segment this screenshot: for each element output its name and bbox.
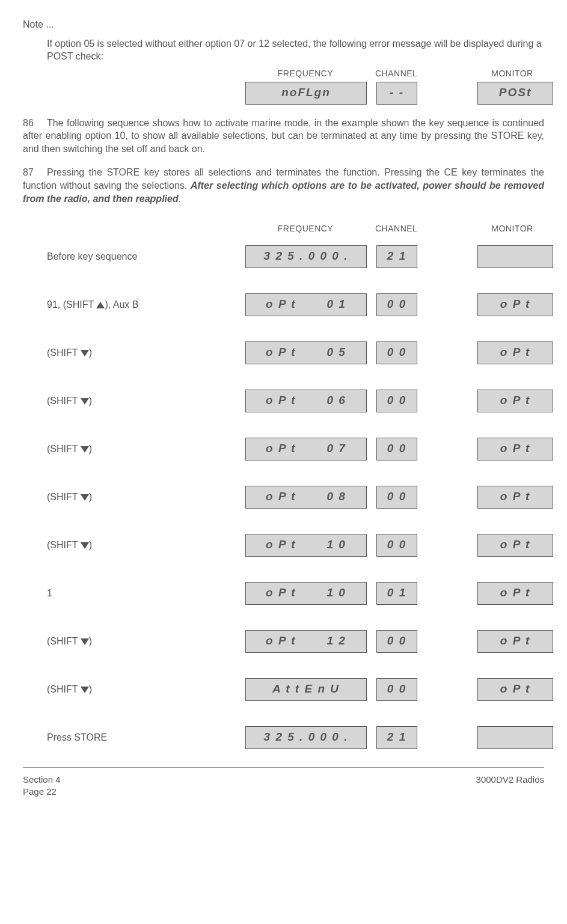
monitor-display: o P t	[477, 678, 553, 701]
label-pre: (SHIFT	[47, 492, 81, 502]
monitor-display: o P t	[477, 582, 553, 605]
para-num-86: 86	[23, 117, 47, 130]
sequence-label: (SHIFT )	[23, 635, 245, 648]
label-pre: 1	[47, 588, 52, 598]
channel-display: 0 0	[376, 486, 417, 509]
sequence-row: (SHIFT )o P t 1 00 0o P t	[23, 534, 544, 557]
footer-section: Section 4	[23, 774, 61, 786]
paragraph-86: 86The following sequence shows how to ac…	[23, 117, 544, 156]
label-post: )	[89, 636, 92, 646]
label-post: ), Aux B	[105, 299, 138, 310]
label-pre: Before key sequence	[47, 251, 137, 262]
sequence-label: 91, (SHIFT ), Aux B	[23, 298, 245, 311]
frequency-display: A t t E n U	[245, 678, 367, 701]
error-monitor-display: POSt	[477, 82, 553, 105]
seq-header-frequency: FREQUENCY	[245, 223, 366, 234]
monitor-display: o P t	[477, 630, 553, 653]
paragraph-87: 87Pressing the STORE key stores all sele…	[23, 166, 544, 205]
arrow-down-icon	[81, 494, 89, 501]
sequence-label: Before key sequence	[23, 250, 245, 263]
channel-display: 0 1	[376, 582, 417, 605]
label-pre: (SHIFT	[47, 347, 81, 358]
para-text-86: The following sequence shows how to acti…	[23, 118, 544, 154]
channel-display: 2 1	[376, 245, 417, 268]
label-pre: Press STORE	[47, 732, 107, 742]
label-pre: 91, (SHIFT	[47, 299, 96, 310]
label-pre: (SHIFT	[47, 540, 81, 550]
channel-display: 0 0	[376, 438, 417, 460]
monitor-display: o P t	[477, 390, 553, 412]
frequency-display: o P t 0 8	[245, 486, 367, 509]
note-text: If option 05 is selected without either …	[47, 37, 544, 63]
arrow-down-icon	[81, 446, 89, 453]
frequency-display: o P t 1 0	[245, 534, 367, 557]
frequency-display: o P t 0 5	[245, 341, 367, 364]
label-post: )	[89, 492, 92, 502]
arrow-down-icon	[81, 350, 89, 356]
sequence-row: (SHIFT )o P t 0 80 0o P t	[23, 486, 544, 509]
frequency-display: o P t 0 1	[245, 293, 367, 316]
monitor-display	[477, 726, 553, 749]
channel-display: 0 0	[376, 630, 417, 653]
monitor-display: o P t	[477, 486, 553, 509]
label-post: )	[89, 540, 92, 550]
channel-display: 2 1	[376, 726, 417, 749]
label-post: )	[89, 347, 92, 358]
label-pre: (SHIFT	[47, 684, 81, 694]
error-channel-display: - -	[376, 82, 417, 105]
label-post: )	[89, 444, 92, 454]
sequence-label: (SHIFT )	[23, 683, 245, 696]
seq-header-monitor: MONITOR	[475, 223, 550, 234]
footer-model: 3000DV2 Radios	[476, 774, 544, 798]
sequence-row: (SHIFT )o P t 0 50 0o P t	[23, 341, 544, 364]
sequence-label: (SHIFT )	[23, 346, 245, 360]
note-label: Note ...	[23, 18, 544, 31]
sequence-row: 91, (SHIFT ), Aux Bo P t 0 10 0o P t	[23, 293, 544, 316]
label-pre: (SHIFT	[47, 396, 81, 406]
page-footer: Section 4 Page 22 3000DV2 Radios	[23, 767, 544, 798]
sequence-row: 1o P t 1 00 1o P t	[23, 582, 544, 605]
sequence-label: (SHIFT )	[23, 539, 245, 552]
arrow-down-icon	[81, 542, 89, 549]
sequence-label: (SHIFT )	[23, 442, 245, 456]
sequence-row: (SHIFT )o P t 0 70 0o P t	[23, 438, 544, 460]
arrow-up-icon	[96, 302, 105, 308]
channel-display: 0 0	[376, 678, 417, 701]
sequence-row: Press STORE3 2 5 . 0 0 0 .2 1	[23, 726, 544, 749]
error-frequency-display: noFLgn	[245, 82, 367, 105]
footer-page: Page 22	[23, 786, 61, 798]
frequency-display: o P t 0 6	[245, 390, 367, 412]
label-pre: (SHIFT	[47, 636, 81, 646]
frequency-display: o P t 1 2	[245, 630, 367, 653]
monitor-display: o P t	[477, 438, 553, 460]
label-post: )	[89, 684, 92, 694]
label-post: )	[89, 396, 92, 406]
header-channel: CHANNEL	[375, 68, 415, 79]
sequence-label: Press STORE	[23, 731, 245, 744]
seq-header-channel: CHANNEL	[375, 223, 415, 234]
sequence-row: Before key sequence3 2 5 . 0 0 0 .2 1	[23, 245, 544, 268]
sequence-label: (SHIFT )	[23, 394, 245, 408]
channel-display: 0 0	[376, 341, 417, 364]
header-frequency: FREQUENCY	[245, 68, 366, 79]
channel-display: 0 0	[376, 293, 417, 316]
frequency-display: 3 2 5 . 0 0 0 .	[245, 726, 367, 749]
channel-display: 0 0	[376, 390, 417, 412]
monitor-display	[477, 245, 553, 268]
arrow-down-icon	[81, 398, 89, 405]
para-num-87: 87	[23, 166, 47, 179]
frequency-display: o P t 1 0	[245, 582, 367, 605]
monitor-display: o P t	[477, 341, 553, 364]
sequence-label: 1	[23, 587, 245, 600]
monitor-display: o P t	[477, 293, 553, 316]
label-pre: (SHIFT	[47, 444, 81, 454]
monitor-display: o P t	[477, 534, 553, 557]
arrow-down-icon	[81, 687, 89, 693]
sequence-label: (SHIFT )	[23, 491, 245, 504]
sequence-row: (SHIFT )o P t 1 20 0o P t	[23, 630, 544, 653]
frequency-display: 3 2 5 . 0 0 0 .	[245, 245, 367, 268]
sequence-row: (SHIFT )A t t E n U0 0o P t	[23, 678, 544, 701]
arrow-down-icon	[81, 638, 89, 645]
channel-display: 0 0	[376, 534, 417, 557]
sequence-row: (SHIFT )o P t 0 60 0o P t	[23, 390, 544, 412]
